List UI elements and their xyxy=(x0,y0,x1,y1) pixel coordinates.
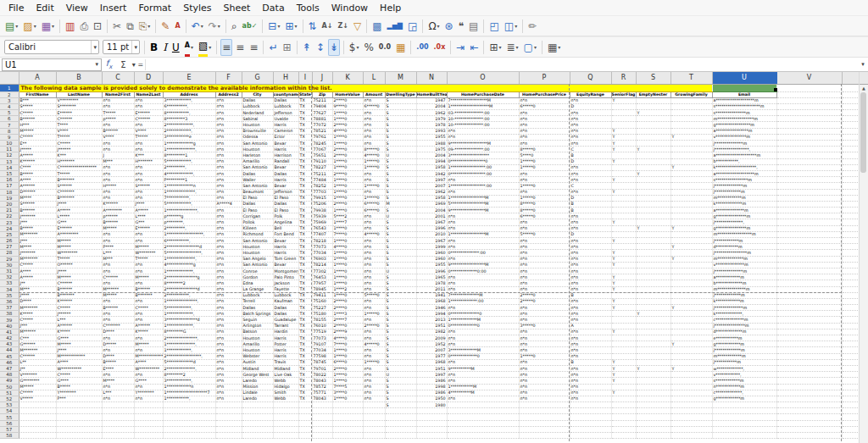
cell[interactable]: 5************, xyxy=(163,201,215,207)
cell[interactable] xyxy=(363,402,385,408)
cell[interactable] xyxy=(670,158,712,164)
cell[interactable]: 2****0 xyxy=(332,152,363,158)
cell[interactable]: M******* xyxy=(19,305,56,311)
cell[interactable] xyxy=(416,414,447,420)
conditional-formatting-icon[interactable]: ▦▾ xyxy=(546,39,562,56)
cell[interactable]: n*n xyxy=(134,268,163,274)
cell[interactable]: S xyxy=(385,110,416,116)
cell[interactable]: n*n xyxy=(570,122,611,128)
cell[interactable]: S xyxy=(385,208,416,213)
font-size-combo[interactable]: 11 pt ▾ xyxy=(103,40,140,54)
cell[interactable]: San Angelo xyxy=(242,256,273,262)
cell[interactable]: E****** xyxy=(134,110,163,116)
cell[interactable]: U xyxy=(385,152,416,158)
cell[interactable] xyxy=(842,177,860,183)
cell[interactable]: S xyxy=(385,231,416,237)
cell[interactable]: Houston xyxy=(242,250,273,256)
cell[interactable]: Brownsville xyxy=(242,128,273,134)
cell[interactable] xyxy=(712,433,776,439)
cell[interactable]: 1****0 xyxy=(332,141,363,147)
cell[interactable]: 78745 xyxy=(312,359,332,365)
cell[interactable]: K***** xyxy=(134,329,163,335)
cell[interactable] xyxy=(712,426,776,432)
cell[interactable] xyxy=(56,433,102,439)
cell[interactable]: K***** xyxy=(19,311,56,317)
row-header[interactable]: 15 xyxy=(0,170,19,176)
cell[interactable]: 1*****0 xyxy=(363,311,385,317)
cell[interactable] xyxy=(611,347,636,353)
cell[interactable]: n*n xyxy=(102,177,134,183)
cell[interactable]: n*n xyxy=(215,268,242,274)
menu-sheet[interactable]: Sheet xyxy=(218,2,257,14)
cell[interactable]: 5****2 xyxy=(332,213,363,219)
cell[interactable]: n*n xyxy=(102,268,134,274)
cell[interactable] xyxy=(611,292,636,298)
cell[interactable]: H******* xyxy=(134,158,163,164)
cell[interactable]: n*n xyxy=(102,396,134,401)
cell[interactable] xyxy=(842,280,860,286)
cell[interactable] xyxy=(242,402,273,408)
cell[interactable] xyxy=(56,414,102,420)
cell[interactable]: 1*************, xyxy=(163,268,215,274)
cell[interactable]: M*** xyxy=(19,286,56,292)
cell[interactable]: 1**************, xyxy=(163,189,215,195)
cell[interactable]: 0*****************0 xyxy=(447,158,519,164)
cell[interactable]: 8********G xyxy=(163,329,215,335)
cell[interactable] xyxy=(670,147,712,152)
cell[interactable]: 1947 xyxy=(416,97,447,103)
cell[interactable]: 1*************M xyxy=(447,317,519,323)
cell[interactable]: U xyxy=(385,268,416,274)
cell[interactable]: S xyxy=(385,134,416,140)
cell[interactable]: n*n xyxy=(447,256,519,262)
menu-insert[interactable]: Insert xyxy=(94,2,133,14)
cell[interactable] xyxy=(312,414,332,420)
cell[interactable]: TX xyxy=(298,268,312,274)
cell[interactable] xyxy=(636,189,670,195)
new-document-icon[interactable]: ▤▾ xyxy=(3,18,19,35)
cell[interactable]: TX xyxy=(298,329,312,335)
cell[interactable]: G**** xyxy=(56,378,102,384)
cell[interactable]: A**** xyxy=(19,177,56,183)
cell[interactable]: TX xyxy=(298,359,312,365)
cell[interactable] xyxy=(776,286,842,292)
cell[interactable]: Y xyxy=(670,365,712,371)
cell[interactable]: Y******** xyxy=(56,390,102,396)
cell[interactable] xyxy=(611,268,636,274)
cell[interactable] xyxy=(776,116,842,122)
cell[interactable]: M*** xyxy=(102,256,134,262)
cell[interactable] xyxy=(163,402,215,408)
menu-edit[interactable]: Edit xyxy=(30,2,59,14)
cell[interactable]: 1993 xyxy=(416,128,447,134)
column-header-Q[interactable]: Q xyxy=(570,72,611,84)
cell[interactable]: n*n xyxy=(102,170,134,176)
cell[interactable]: a*******************m xyxy=(712,170,776,176)
cell[interactable]: El Paso xyxy=(273,195,298,201)
cell[interactable]: n*n xyxy=(134,122,163,128)
cell[interactable]: n*n xyxy=(102,317,134,323)
menu-styles[interactable]: Styles xyxy=(177,2,217,14)
cell[interactable]: n*n xyxy=(363,305,385,311)
cell[interactable]: Y xyxy=(611,147,636,152)
cell[interactable] xyxy=(776,402,842,408)
cell[interactable]: 1*****0 xyxy=(363,158,385,164)
format-date-icon[interactable]: ▦ xyxy=(394,39,407,56)
cell[interactable]: E****** xyxy=(56,225,102,231)
cell[interactable]: TX xyxy=(298,384,312,390)
cell[interactable] xyxy=(776,268,842,274)
cell[interactable]: S xyxy=(385,329,416,335)
cell[interactable]: S xyxy=(385,177,416,183)
cell[interactable]: A*****4 xyxy=(215,201,242,207)
delete-decimal-place-icon[interactable]: .0x xyxy=(432,39,448,56)
cell[interactable]: 2*****0 xyxy=(519,292,570,298)
cell[interactable]: n*n xyxy=(363,141,385,147)
cell[interactable]: 1***************, xyxy=(163,208,215,213)
cell[interactable]: n*n xyxy=(102,311,134,317)
cell[interactable]: A****** xyxy=(134,323,163,329)
cell[interactable]: Y xyxy=(611,141,636,147)
cell[interactable]: L**** xyxy=(134,213,163,219)
cell[interactable]: n*n xyxy=(447,280,519,286)
cell[interactable]: n*n xyxy=(570,390,611,396)
cell[interactable]: 77073 xyxy=(312,335,332,341)
cell[interactable]: 2*********, xyxy=(163,164,215,170)
cell[interactable]: El Paso xyxy=(273,208,298,213)
